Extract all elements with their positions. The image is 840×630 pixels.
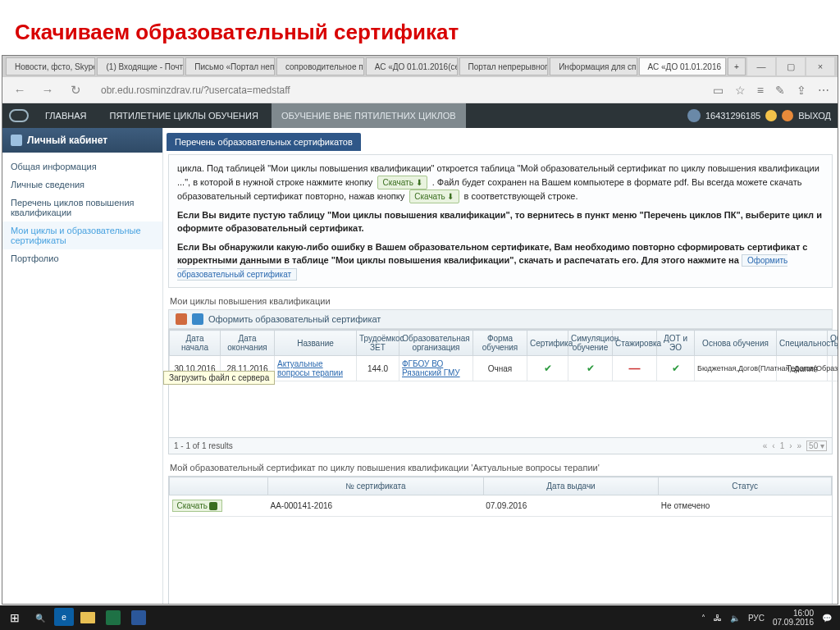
col-cert[interactable]: Сертифика [527,331,568,356]
col-dot[interactable]: ДОТ и ЭО [657,331,695,356]
address-bar: ← → ↻ ▭ ☆ ≡ ✎ ⇪ ⋯ [2,77,838,103]
window-controls: — ▢ × [747,57,834,75]
help-icon[interactable] [782,110,793,121]
page-prev[interactable]: ‹ [772,441,774,450]
dash-icon: — [629,362,641,375]
system-clock[interactable]: 16:00 07.09.2016 [773,609,814,627]
browser-tabstrip: Новости, фсто, Skype, (1) Входящие - Поч… [2,56,838,77]
share-icon[interactable]: ⇪ [797,84,806,97]
brand-logo-icon [9,109,29,122]
page-last[interactable]: » [797,441,802,450]
download-inline-badge: Скачать ⬇ [377,176,427,189]
refresh-button[interactable]: ↻ [66,81,84,99]
col-sim[interactable]: Симуляцион обучение [568,331,613,356]
volume-icon[interactable]: 🔈 [730,614,740,623]
col-end[interactable]: Дата окончания [221,331,275,356]
excel-icon[interactable] [102,608,125,628]
url-input[interactable] [94,81,703,99]
check-icon: ✔ [672,363,680,374]
content-subtab[interactable]: Перечень образовательных сертификатов [167,133,361,151]
favorite-icon[interactable]: ☆ [735,84,746,97]
tool-icon[interactable] [176,313,187,325]
col-zet[interactable]: Трудоёмкос ЗЕТ [357,331,399,356]
browser-tab[interactable]: Письмо «Портал непр [185,57,275,75]
pager: « ‹ 1 › » 50 ▾ [763,441,827,451]
browser-tab[interactable]: сопроводительное пи [276,57,364,75]
network-icon[interactable]: 🖧 [714,614,722,623]
nav-five-year-cycles[interactable]: ПЯТИЛЕТНИЕ ЦИКЛЫ ОБУЧЕНИЯ [99,103,267,128]
col-name[interactable]: Название [275,331,357,356]
browser-tab-active[interactable]: АС «ДО 01.01.2016× [639,57,726,75]
col-org[interactable]: Образовательная организация [399,331,473,356]
edge-icon[interactable]: e [54,608,74,626]
word-icon[interactable] [127,608,150,628]
windows-taskbar: ⊞ 🔍 e ˄ 🖧 🔈 РУС 16:00 07.09.2016 💬 [0,605,840,630]
grid-toolbar: Оформить образовательный сертификат [168,309,833,329]
sidebar-item-my-cycles[interactable]: Мои циклы и образовательные сертификаты [2,221,162,249]
browser-tab[interactable]: Информация для спе [550,57,637,75]
notify-icon[interactable] [765,110,777,121]
sidebar-item-portfolio[interactable]: Портфолио [2,249,162,267]
app-topnav: ГЛАВНАЯ ПЯТИЛЕТНИЕ ЦИКЛЫ ОБУЧЕНИЯ ОБУЧЕН… [2,103,838,128]
more-icon[interactable]: ⋯ [818,84,829,97]
nav-main[interactable]: ГЛАВНАЯ [35,103,96,128]
tool-icon[interactable] [192,313,203,325]
slide-heading: Скачиваем образовательный сертификат [0,0,840,55]
hub-icon[interactable]: ≡ [757,84,764,97]
create-cert-button[interactable]: Оформить образовательный сертификат [208,314,381,324]
browser-tab[interactable]: Новости, фсто, Skype, [6,57,95,75]
chevron-up-icon[interactable]: ˄ [701,614,705,623]
logout-button[interactable]: ВЫХОД [798,111,831,121]
new-tab-button[interactable]: + [728,57,746,75]
download-inline-badge: Скачать ⬇ [409,189,459,203]
avatar-icon [687,109,701,122]
col-intern[interactable]: Стажировка [613,331,657,356]
section-title-cycles: Мои циклы повышения квалификации [163,293,838,309]
sidebar-item-personal[interactable]: Личные сведения [2,176,162,194]
download-icon [209,502,217,510]
language-indicator[interactable]: РУС [748,614,765,623]
download-cert-button[interactable]: Скачать [172,500,223,512]
download-tooltip: Загрузить файл с сервера [163,371,275,385]
sidebar-item-cycles-list[interactable]: Перечень циклов повышения квалификации [2,194,162,221]
close-window-button[interactable]: × [806,57,834,75]
browser-tab[interactable]: Портал непрерывного [459,57,549,75]
close-tab-icon[interactable]: × [724,62,726,71]
browser-window: Новости, фсто, Skype, (1) Входящие - Поч… [2,55,838,605]
forward-button[interactable]: → [39,81,57,99]
col-start[interactable]: Дата начала [170,331,221,356]
page-next[interactable]: › [789,441,792,450]
check-icon: ✔ [544,363,552,374]
explorer-icon[interactable] [76,608,99,628]
nav-outside-cycles[interactable]: ОБУЧЕНИЕ ВНЕ ПЯТИЛЕТНИХ ЦИКЛОВ [272,103,466,128]
check-icon: ✔ [587,363,595,374]
grid-footer: 1 - 1 of 1 results « ‹ 1 › » 50 ▾ [168,438,833,454]
col-status[interactable]: Статус [659,477,832,495]
action-center-icon[interactable]: 💬 [822,614,832,623]
org-link[interactable]: ФГБОУ ВО Рязанский ГМУ [402,359,460,377]
browser-tab[interactable]: АС «ДО 01.01.2016(се) [366,57,458,75]
back-button[interactable]: ← [11,81,29,99]
cycle-name-link[interactable]: Актуальные вопросы терапии [277,359,343,377]
page-first[interactable]: « [763,441,768,450]
col-cert-num[interactable]: № сертификата [268,477,484,495]
search-icon[interactable]: 🔍 [29,608,52,628]
maximize-button[interactable]: ▢ [777,57,805,75]
notes-icon[interactable]: ✎ [775,84,785,97]
result-count: 1 - 1 of 1 results [174,441,233,450]
col-basis[interactable]: Основа обучения [695,331,777,356]
info-panel: цикла. Под таблицей "Мои циклы повышения… [168,154,833,288]
minimize-button[interactable]: — [747,57,775,75]
col-form[interactable]: Форма обучения [473,331,527,356]
browser-tab[interactable]: (1) Входящие - Почта [97,57,184,75]
table-row[interactable]: Скачать АА-000141-2016 07.09.2016 Не отм… [170,495,832,517]
start-button[interactable]: ⊞ [3,608,26,628]
col-spec[interactable]: Специальность [777,331,828,356]
section-title-cert: Мой образовательный сертификат по циклу … [163,454,838,476]
user-id: 16431296185 [705,111,760,121]
sidebar-item-general[interactable]: Общая информация [2,158,162,176]
reading-list-icon[interactable]: ▭ [713,84,724,97]
page-size-select[interactable]: 50 ▾ [806,441,827,451]
col-issue-date[interactable]: Дата выдачи [483,477,659,495]
sidebar: Личный кабинет Общая информация Личные с… [2,128,163,604]
